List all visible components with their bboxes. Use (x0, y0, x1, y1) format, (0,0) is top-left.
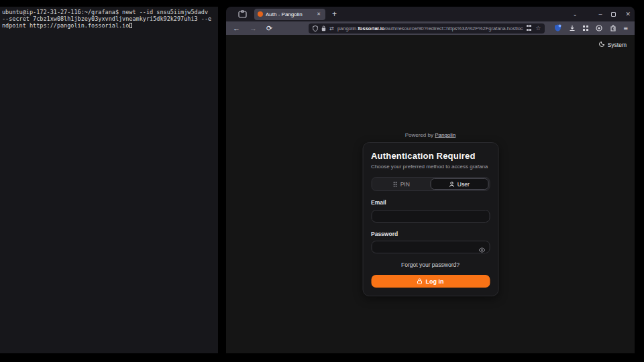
powered-by: Powered by Pangolin (226, 132, 635, 138)
tab-title: Auth - Pangolin (266, 11, 313, 17)
firefox-view-icon[interactable] (238, 10, 248, 18)
tracking-shield-icon[interactable] (313, 25, 318, 32)
tab-pin[interactable]: PIN (372, 178, 431, 190)
shortcuts-grid-icon[interactable] (527, 25, 532, 32)
moon-icon (599, 41, 605, 48)
browser-toolbar: ← → ⟳ ⇄ pangolin.fossorial.io/auth/resou… (226, 21, 635, 35)
minimize-button[interactable]: – (598, 11, 602, 17)
back-button[interactable]: ← (233, 25, 240, 32)
maximize-button[interactable] (611, 12, 616, 17)
email-label: Email (371, 199, 490, 206)
password-label: Password (371, 231, 490, 237)
url-bar[interactable]: ⇄ pangolin.fossorial.io/auth/resource/90… (309, 23, 545, 34)
pangolin-favicon (258, 11, 263, 17)
bookmark-star-icon[interactable]: ☆ (535, 25, 541, 32)
card-title: Authentication Required (371, 151, 490, 161)
login-button[interactable]: Log in (371, 275, 490, 288)
desktop: ubuntu@ip-172-31-27-116:~/grafana$ newt … (0, 0, 644, 362)
terminal-cursor (129, 23, 132, 28)
auth-page: System Powered by Pangolin Authenticatio… (226, 35, 635, 353)
translate-arrows-icon[interactable]: ⇄ (329, 25, 334, 32)
reload-button[interactable]: ⟳ (266, 25, 272, 32)
tab-close-icon[interactable]: ✕ (315, 11, 322, 17)
new-tab-button[interactable]: + (332, 10, 337, 18)
theme-toggle[interactable]: System (599, 41, 627, 48)
forgot-password-link[interactable]: Forgot your password? (371, 261, 490, 268)
user-icon (449, 182, 455, 187)
extensions-grid-icon[interactable] (583, 25, 588, 31)
list-all-tabs-icon[interactable]: ⌄ (573, 11, 578, 17)
downloads-icon[interactable] (569, 22, 576, 34)
email-field[interactable] (371, 210, 490, 223)
url-text: pangolin.fossorial.io/auth/resource/90?r… (337, 25, 523, 32)
extension-puzzle-icon[interactable] (610, 22, 616, 34)
browser-window: Auth - Pangolin ✕ + ⌄ – ✕ ← → ⟳ (226, 7, 635, 353)
tab-user[interactable]: User (431, 178, 489, 190)
auth-method-tabs: PIN User (371, 177, 490, 191)
close-window-button[interactable]: ✕ (625, 11, 631, 17)
auth-card: Authentication Required Choose your pref… (362, 142, 498, 296)
keypad-icon (393, 182, 398, 187)
ublock-shield-icon[interactable] (554, 22, 561, 34)
browser-tab-bar: Auth - Pangolin ✕ + ⌄ – ✕ (226, 7, 635, 21)
terminal-window[interactable]: ubuntu@ip-172-31-27-116:~/grafana$ newt … (0, 7, 218, 353)
show-password-icon[interactable] (478, 243, 485, 255)
password-field[interactable] (371, 241, 490, 253)
recorder-circle-icon[interactable] (596, 22, 602, 34)
lock-icon (417, 278, 423, 284)
tab-auth-pangolin[interactable]: Auth - Pangolin ✕ (254, 9, 325, 20)
lock-icon[interactable] (321, 25, 326, 32)
pangolin-link[interactable]: Pangolin (435, 132, 455, 138)
menu-icon[interactable]: ≡ (624, 24, 628, 32)
card-subtitle: Choose your preferred method to access g… (371, 164, 490, 170)
forward-button[interactable]: → (250, 25, 257, 32)
terminal-line: ndpoint https://pangolin.fossorial.io (2, 23, 216, 29)
theme-toggle-label: System (608, 42, 627, 48)
